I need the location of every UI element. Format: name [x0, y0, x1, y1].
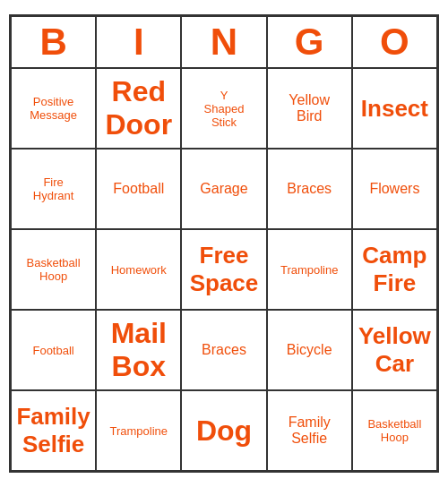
bingo-header: BINGO — [11, 16, 437, 68]
bingo-grid: PositiveMessageRedDoorYShapedStickYellow… — [11, 68, 437, 471]
cell-text: Braces — [202, 342, 246, 358]
cell-text: BasketballHoop — [367, 417, 421, 444]
cell-text: Flowers — [369, 181, 419, 197]
cell-text: FamilySelfie — [289, 414, 331, 447]
cell-text: Trampoline — [110, 424, 168, 438]
cell-text: MailBox — [111, 317, 167, 383]
cell-text: Football — [32, 344, 73, 357]
bingo-cell: Trampoline — [96, 390, 181, 471]
cell-text: Braces — [287, 181, 332, 197]
cell-text: PositiveMessage — [30, 95, 77, 122]
cell-text: Homework — [111, 263, 167, 277]
bingo-cell: BasketballHoop — [11, 229, 96, 310]
bingo-cell: RedDoor — [96, 68, 181, 149]
bingo-cell: PositiveMessage — [11, 68, 96, 149]
bingo-cell: Insect — [352, 68, 437, 149]
cell-text: Football — [113, 181, 164, 197]
header-letter: I — [96, 16, 181, 68]
bingo-cell: Football — [11, 310, 96, 390]
bingo-cell: Braces — [181, 310, 266, 390]
bingo-cell: YellowBird — [267, 68, 352, 149]
bingo-cell: YShapedStick — [181, 68, 266, 149]
header-letter: B — [11, 16, 96, 68]
bingo-cell: Trampoline — [267, 229, 352, 310]
bingo-cell: Braces — [267, 149, 352, 229]
bingo-cell: Dog — [181, 390, 266, 471]
bingo-cell: Bicycle — [267, 310, 352, 390]
bingo-cell: Garage — [181, 149, 266, 229]
bingo-cell: FamilySelfie — [267, 390, 352, 471]
header-letter: G — [267, 16, 352, 68]
bingo-card: BINGO PositiveMessageRedDoorYShapedStick… — [9, 14, 439, 473]
cell-text: YellowCar — [358, 322, 431, 378]
bingo-cell: BasketballHoop — [352, 390, 437, 471]
cell-text: BasketballHoop — [27, 256, 81, 283]
cell-text: Bicycle — [287, 342, 332, 358]
header-letter: N — [181, 16, 266, 68]
bingo-cell: FamilySelfie — [11, 390, 96, 471]
bingo-cell: YellowCar — [352, 310, 437, 390]
bingo-cell: Football — [96, 149, 181, 229]
cell-text: YellowBird — [289, 92, 330, 124]
cell-text: FreeSpace — [190, 242, 259, 297]
bingo-cell: Flowers — [352, 149, 437, 229]
bingo-cell: MailBox — [96, 310, 181, 390]
cell-text: Insect — [361, 95, 428, 123]
bingo-cell: FireHydrant — [11, 149, 96, 229]
cell-text: RedDoor — [105, 75, 172, 141]
cell-text: FamilySelfie — [16, 403, 90, 458]
bingo-cell: CampFire — [352, 229, 437, 310]
cell-text: Garage — [200, 181, 247, 197]
bingo-cell: Homework — [96, 229, 181, 310]
cell-text: Dog — [196, 414, 252, 448]
cell-text: CampFire — [362, 242, 426, 297]
header-letter: O — [352, 16, 437, 68]
cell-text: YShapedStick — [204, 89, 245, 129]
bingo-cell: FreeSpace — [181, 229, 266, 310]
cell-text: FireHydrant — [33, 175, 74, 202]
cell-text: Trampoline — [280, 263, 339, 277]
